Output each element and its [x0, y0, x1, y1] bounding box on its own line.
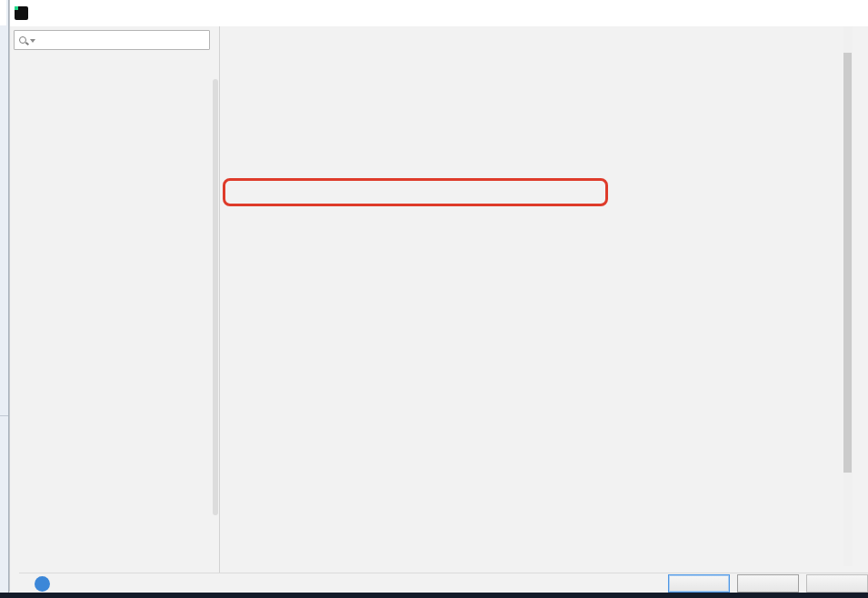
close-icon[interactable] — [839, 4, 857, 22]
search-icon — [19, 36, 26, 44]
taskbar-edge-strip — [0, 593, 868, 598]
dialog-footer — [19, 573, 868, 592]
sidebar-scrollbar-thumb[interactable] — [213, 79, 218, 515]
background-editor-sliver — [0, 0, 9, 598]
help-icon[interactable] — [35, 576, 50, 592]
settings-dialog — [9, 0, 868, 592]
settings-sidebar — [10, 26, 219, 573]
background-editor-divider — [0, 415, 8, 416]
settings-content-panel — [220, 26, 868, 573]
settings-search-input[interactable] — [14, 30, 210, 50]
search-filter-caret-icon — [30, 39, 35, 43]
pycharm-icon — [15, 6, 28, 20]
apply-button — [806, 574, 868, 593]
background-editor-gutter — [0, 0, 6, 25]
dialog-titlebar — [10, 0, 868, 26]
breadcrumb — [229, 34, 254, 46]
cancel-button[interactable] — [737, 574, 799, 593]
content-scrollbar-thumb[interactable] — [843, 53, 852, 473]
ok-button[interactable] — [668, 574, 730, 593]
